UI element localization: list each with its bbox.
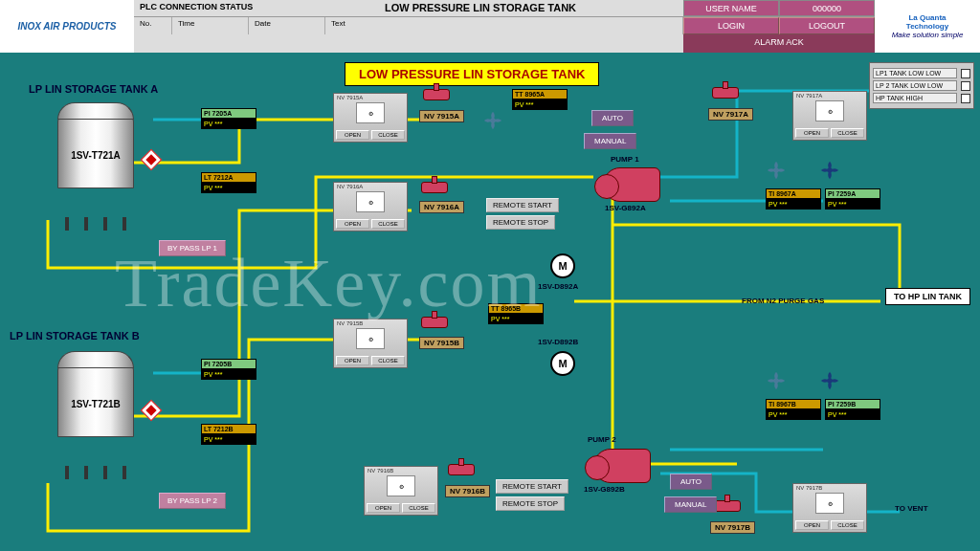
valve-7916b-icon [448, 464, 475, 481]
alarm-diamond-a [141, 149, 163, 171]
open-button[interactable]: OPEN [336, 219, 369, 229]
pv-ti8967b: TI 8967BPV *** [766, 399, 821, 420]
g892b-label: 1SV-G892B [584, 485, 625, 494]
nv-7915b: NV 7915B [419, 337, 464, 349]
valve-7915a-icon [423, 89, 450, 106]
fan-icon-5 [819, 370, 840, 391]
open-button[interactable]: OPEN [367, 503, 400, 513]
fan-icon-1 [482, 110, 503, 131]
nv-7915a: NV 7915A [419, 110, 464, 122]
pv-pi7205a: PI 7205APV *** [201, 108, 256, 129]
diagram-title: LOW PRESSURE LIN STORAGE TANK [345, 62, 599, 86]
pv-lt7212a: LT 7212APV *** [201, 172, 256, 193]
valve-panel-7917a: NV 7917A⚙ OPENCLOSE [792, 91, 867, 141]
section-b-label: LP LIN STORAGE TANK B [10, 330, 140, 342]
fan-icon-2 [766, 160, 787, 181]
pump1-label: PUMP 1 [611, 155, 639, 164]
close-button[interactable]: CLOSE [371, 130, 405, 140]
manual-button-2[interactable]: MANUAL [664, 496, 717, 513]
nv-7917a: NV 7917A [708, 108, 753, 121]
close-button[interactable]: CLOSE [402, 503, 435, 513]
alarm-panel: LP1 TANK LOW LOW LP 2 TANK LOW LOW HP TA… [869, 62, 974, 109]
close-button[interactable]: CLOSE [831, 520, 864, 530]
d892b-label: 1SV-D892B [538, 338, 578, 346]
alarm-ack-button[interactable]: ALARM ACK [683, 34, 875, 53]
close-button[interactable]: CLOSE [371, 356, 405, 365]
hp-lin-output: TO HP LIN TANK [885, 288, 970, 305]
col-time: Time [172, 17, 249, 34]
logout-button[interactable]: LOGOUT [779, 17, 875, 34]
pv-pi7259a: PI 7259APV *** [825, 188, 880, 209]
pump2-label: PUMP 2 [588, 435, 616, 444]
close-button[interactable]: CLOSE [371, 219, 405, 229]
nv-7916b: NV 7916B [445, 485, 490, 497]
bypass-lp1[interactable]: BY PASS LP 1 [159, 240, 226, 256]
pv-ti8967a: TI 8967APV *** [766, 188, 821, 209]
bypass-lp2[interactable]: BY PASS LP 2 [159, 493, 226, 509]
motor-1: M [550, 253, 575, 278]
remote-stop-2[interactable]: REMOTE STOP [496, 496, 565, 511]
tovent-2: TO VENT [895, 504, 928, 513]
valve-7917a-icon [712, 87, 739, 104]
valve-7917b-icon [714, 500, 741, 518]
pv-tt8965a: TT 8965APV *** [512, 89, 568, 110]
pv-tt8965b: TT 8965BPV *** [488, 303, 544, 324]
remote-stop-1[interactable]: REMOTE STOP [486, 215, 555, 230]
valve-panel-7915a: NV 7915A⚙ OPENCLOSE [333, 93, 408, 143]
user-name-label: USER NAME [683, 0, 779, 16]
pv-pi7205b: PI 7205BPV *** [201, 359, 256, 380]
tank-b: 1SV-T721B [57, 361, 134, 466]
alarm-lp1: LP1 TANK LOW LOW [873, 68, 957, 78]
close-button[interactable]: CLOSE [831, 128, 864, 138]
pump-2 [593, 449, 651, 483]
g892a-label: 1SV-G892A [605, 204, 646, 212]
open-button[interactable]: OPEN [795, 520, 829, 530]
scada-canvas: LOW PRESSURE LIN STORAGE TANK LP LIN STO… [0, 53, 980, 551]
alarm-lp1-checkbox[interactable] [961, 69, 970, 78]
tank-a: 1SV-T721A [57, 112, 134, 217]
auto-button-2[interactable]: AUTO [670, 474, 712, 490]
col-no: No. [134, 17, 172, 34]
logo-inox: INOX AIR PRODUCTS [0, 0, 134, 53]
motor-2: M [550, 351, 575, 376]
section-a-label: LP LIN STORAGE TANK A [29, 83, 158, 95]
valve-panel-7915b: NV 7915B⚙ OPENCLOSE [333, 319, 408, 368]
plc-status-label: PLC CONNECTION STATUS [134, 0, 278, 16]
page-title: LOW PRESSURE LIN STORAGE TANK [278, 0, 683, 16]
remote-start-1[interactable]: REMOTE START [486, 198, 559, 212]
open-button[interactable]: OPEN [336, 356, 369, 365]
valve-panel-7917b: NV 7917B⚙ OPENCLOSE [792, 483, 867, 533]
fan-icon-3 [819, 160, 840, 181]
open-button[interactable]: OPEN [336, 130, 369, 140]
logo-laquanta: La Quanta Technology Make solution simpl… [875, 0, 980, 53]
user-name-value: 000000 [779, 0, 875, 16]
pv-lt7212b: LT 7212BPV *** [201, 424, 256, 445]
alarm-hp: HP TANK HIGH [873, 93, 957, 103]
pump-1 [603, 167, 660, 202]
valve-panel-7916a: NV 7916A⚙ OPENCLOSE [333, 182, 408, 231]
manual-button-1[interactable]: MANUAL [584, 133, 636, 149]
alarm-diamond-b [141, 400, 163, 422]
fan-icon-4 [766, 370, 787, 391]
col-date: Date [249, 17, 325, 34]
n2-label: FROM N2 PURGE GAS [742, 297, 824, 305]
login-button[interactable]: LOGIN [683, 17, 779, 34]
header-bar: INOX AIR PRODUCTS PLC CONNECTION STATUS … [0, 0, 980, 53]
valve-panel-7916b: NV 7916B⚙ OPENCLOSE [364, 466, 438, 516]
d892a-label: 1SV-D892A [538, 282, 578, 291]
nv-7916a: NV 7916A [419, 201, 464, 213]
remote-start-2[interactable]: REMOTE START [496, 479, 568, 494]
open-button[interactable]: OPEN [795, 128, 829, 138]
auto-button-1[interactable]: AUTO [591, 110, 634, 126]
pv-pi7259b: PI 7259BPV *** [825, 399, 880, 420]
alarm-lp2: LP 2 TANK LOW LOW [873, 80, 957, 91]
alarm-hp-checkbox[interactable] [961, 94, 970, 103]
valve-7916a-icon [421, 182, 448, 199]
valve-icon: ⚙ [356, 102, 385, 123]
col-text: Text [325, 17, 683, 34]
valve-7915b-icon [421, 317, 448, 334]
alarm-lp2-checkbox[interactable] [961, 81, 970, 91]
plc-bar: PLC CONNECTION STATUS LOW PRESSURE LIN S… [134, 0, 875, 53]
nv-7917b: NV 7917B [710, 521, 755, 534]
